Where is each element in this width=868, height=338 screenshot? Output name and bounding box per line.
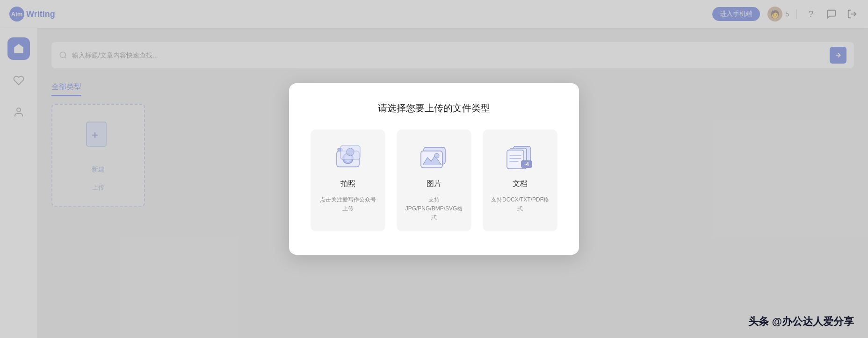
svg-point-16 <box>434 153 439 158</box>
option-image-desc: 支持JPG/PNG/BMP/SVG格式 <box>404 195 464 223</box>
option-document[interactable]: -4 文档 支持DOCX/TXT/PDF格式 <box>483 129 557 232</box>
option-document-label: 文档 <box>513 179 528 189</box>
svg-point-13 <box>347 148 354 156</box>
option-image[interactable]: 图片 支持JPG/PNG/BMP/SVG格式 <box>397 129 471 232</box>
image-icon <box>419 143 449 173</box>
option-camera-label: 拍照 <box>340 179 355 189</box>
overlay: 请选择您要上传的文件类型 <box>0 0 868 338</box>
option-image-label: 图片 <box>427 179 441 189</box>
upload-dialog: 请选择您要上传的文件类型 <box>289 83 579 255</box>
dialog-options: 拍照 点击关注爱写作公众号上传 图片 <box>311 129 557 232</box>
document-icon: -4 <box>505 143 535 173</box>
watermark: 头条 @办公达人爱分享 <box>748 315 854 329</box>
svg-rect-15 <box>421 151 442 168</box>
option-document-desc: 支持DOCX/TXT/PDF格式 <box>490 195 550 213</box>
option-camera-desc: 点击关注爱写作公众号上传 <box>318 195 378 213</box>
dialog-title: 请选择您要上传的文件类型 <box>378 102 490 115</box>
option-camera[interactable]: 拍照 点击关注爱写作公众号上传 <box>311 129 385 232</box>
camera-icon <box>333 143 363 173</box>
svg-text:-4: -4 <box>524 161 529 167</box>
